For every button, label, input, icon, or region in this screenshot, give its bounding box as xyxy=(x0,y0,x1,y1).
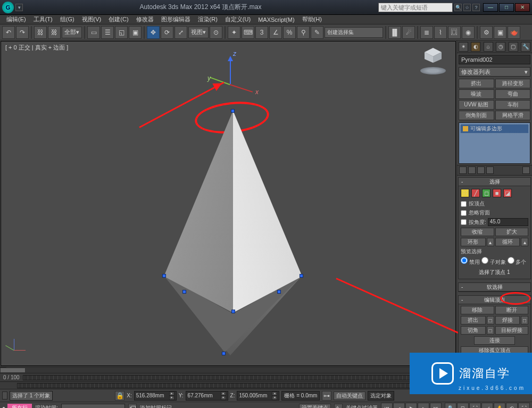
goto-start-icon[interactable]: ⏮ xyxy=(381,403,393,409)
schematic-view-icon[interactable]: ⿴ xyxy=(448,26,461,39)
next-frame-icon[interactable]: ▸ xyxy=(418,403,429,409)
weld-settings-icon[interactable]: □ xyxy=(521,316,528,324)
help-icon[interactable]: ? xyxy=(472,4,480,11)
mod-pathdeform-button[interactable]: 路径变形 xyxy=(495,79,531,88)
undo-icon[interactable]: ↶ xyxy=(2,26,15,39)
help-search-input[interactable] xyxy=(378,3,453,12)
close-button[interactable]: ✕ xyxy=(515,3,530,12)
add-time-tag[interactable]: 添加时间标记 xyxy=(140,404,172,409)
subobj-element-icon[interactable]: ◪ xyxy=(503,189,512,197)
menu-tools[interactable]: 工具(T) xyxy=(30,15,56,23)
stack-pin-icon[interactable] xyxy=(463,126,468,131)
menu-rendering[interactable]: 渲染(R) xyxy=(195,15,221,23)
tab-hierarchy-icon[interactable]: ⌂ xyxy=(484,42,493,52)
app-icon[interactable]: G xyxy=(2,2,14,13)
named-selection-set-input[interactable] xyxy=(325,27,383,38)
by-angle-checkbox[interactable]: 按角度: xyxy=(461,219,486,226)
curve-editor-icon[interactable]: ⌇ xyxy=(434,26,447,39)
by-vertex-checkbox[interactable]: 按顶点 xyxy=(461,200,528,207)
goto-end-icon[interactable]: ⏭ xyxy=(430,403,442,409)
extrude-vertex-button[interactable]: 挤出 xyxy=(461,316,486,324)
zoom-extents-icon[interactable]: ⛶ xyxy=(469,403,481,409)
select-name-icon[interactable]: ☰ xyxy=(101,26,114,39)
pin-stack-icon[interactable] xyxy=(459,166,467,174)
hscroll-thumb[interactable] xyxy=(0,368,26,373)
grow-button[interactable]: 扩大 xyxy=(495,228,529,236)
subobj-edge-icon[interactable]: ╱ xyxy=(471,189,480,197)
menu-grapheditors[interactable]: 图形编辑器 xyxy=(158,15,194,23)
mod-noise-button[interactable]: 噪波 xyxy=(459,89,494,99)
maximize-viewport-icon[interactable]: ⛶ xyxy=(518,403,530,409)
mod-extrude-button[interactable]: 挤出 xyxy=(459,79,494,88)
break-button[interactable]: 断开 xyxy=(495,306,529,314)
preview-off-radio[interactable]: 禁用 xyxy=(461,257,480,266)
mod-lathe-button[interactable]: 车削 xyxy=(495,100,531,110)
render-icon[interactable]: 🫖 xyxy=(508,26,520,39)
select-region-icon[interactable]: ◱ xyxy=(115,26,128,39)
auto-key-button[interactable]: 自动关键点 xyxy=(334,392,365,400)
ring-spin-icon[interactable]: ▴ xyxy=(487,238,494,246)
chamfer-button[interactable]: 切角 xyxy=(461,326,486,335)
remove-modifier-icon[interactable] xyxy=(486,166,494,174)
show-end-result-icon[interactable] xyxy=(468,166,476,174)
window-crossing-icon[interactable]: ▣ xyxy=(129,26,142,39)
mirror-icon[interactable]: ▐▌ xyxy=(388,26,401,39)
angle-snap-icon[interactable]: ∠ xyxy=(269,26,282,39)
select-rotate-icon[interactable]: ⟳ xyxy=(161,26,173,39)
set-key-button[interactable]: 设置关键点 xyxy=(299,404,331,409)
spinner-snap-icon[interactable]: ⚲ xyxy=(297,26,310,39)
preview-subobj-radio[interactable]: 子对象 xyxy=(481,257,506,266)
coord-x-field[interactable]: ▴▾ xyxy=(134,391,177,401)
zoom-all-icon[interactable]: ⊡ xyxy=(457,403,469,409)
shrink-button[interactable]: 收缩 xyxy=(461,228,494,236)
subobj-polygon-icon[interactable]: ■ xyxy=(493,189,501,197)
by-angle-spinner[interactable]: 45.0 xyxy=(488,218,528,226)
mod-uvwmap-button[interactable]: UVW 贴图 xyxy=(459,100,494,110)
material-editor-icon[interactable]: ◉ xyxy=(462,26,475,39)
perspective-viewport[interactable]: [ + 0 正交 | 真实 + 边面 ] z y x xyxy=(1,41,456,366)
rollout-soft-selection-header[interactable]: 软选择 xyxy=(459,283,530,292)
target-weld-button[interactable]: 目标焊接 xyxy=(495,326,529,335)
minimize-button[interactable]: — xyxy=(483,3,498,12)
subobj-vertex-icon[interactable]: ∷ xyxy=(461,189,469,197)
viewport-label[interactable]: [ + 0 正交 | 真实 + 边面 ] xyxy=(5,44,68,52)
rollout-edit-vertices-header[interactable]: 编辑顶点 xyxy=(459,296,530,304)
select-icon[interactable]: ▭ xyxy=(87,26,100,39)
snap-toggle-icon[interactable]: 3 xyxy=(255,26,268,39)
preview-multi-radio[interactable]: 多个 xyxy=(508,257,527,266)
align-icon[interactable]: ☄ xyxy=(402,26,415,39)
chamfer-settings-icon[interactable]: □ xyxy=(487,326,494,335)
configure-sets-icon[interactable] xyxy=(522,166,530,174)
loop-spin-icon[interactable]: ▴ xyxy=(521,238,528,246)
menu-modifiers[interactable]: 修改器 xyxy=(133,15,157,23)
rendered-frame-icon[interactable]: ▣ xyxy=(494,26,506,39)
select-scale-icon[interactable]: ⤢ xyxy=(174,26,187,39)
menu-views[interactable]: 视图(V) xyxy=(79,15,105,23)
script-tab[interactable]: 所在行 xyxy=(7,404,32,409)
menu-help[interactable]: 帮助(H) xyxy=(299,15,325,23)
rollout-selection-header[interactable]: 选择 xyxy=(459,178,530,186)
link-icon[interactable]: ⛓ xyxy=(34,26,47,39)
menu-maxscript[interactable]: MAXScript(M) xyxy=(255,16,297,23)
trackbar[interactable]: 100 xyxy=(0,381,456,389)
refcoord-dropdown[interactable]: 视图 ▾ xyxy=(188,27,209,38)
unlink-icon[interactable]: ⛓̷ xyxy=(48,26,61,39)
tab-motion-icon[interactable]: ◷ xyxy=(496,42,505,52)
orbit-icon[interactable]: ⟲ xyxy=(506,403,518,409)
viewcube[interactable] xyxy=(418,48,448,74)
select-move-icon[interactable]: ✥ xyxy=(147,26,160,39)
key-filters-icon[interactable]: ∿ xyxy=(334,404,343,409)
connect-button[interactable]: 连接 xyxy=(474,336,514,345)
redo-icon[interactable]: ↷ xyxy=(16,26,29,39)
tab-create-icon[interactable]: ✶ xyxy=(459,42,468,52)
mod-bevelprofile-button[interactable]: 倒角剖面 xyxy=(459,111,494,120)
weld-button[interactable]: 焊接 xyxy=(495,316,520,324)
prev-frame-icon[interactable]: ◂ xyxy=(393,403,405,409)
maximize-button[interactable]: □ xyxy=(499,3,514,12)
pyramid-mesh[interactable] xyxy=(159,111,307,366)
tab-display-icon[interactable]: ▢ xyxy=(509,42,518,52)
ring-button[interactable]: 环形 xyxy=(461,238,486,246)
menu-edit[interactable]: 编辑(E) xyxy=(3,15,29,23)
stack-item-editable-poly[interactable]: 可编辑多边形 xyxy=(460,124,529,134)
mod-meshsmooth-button[interactable]: 网格平滑 xyxy=(495,111,531,120)
